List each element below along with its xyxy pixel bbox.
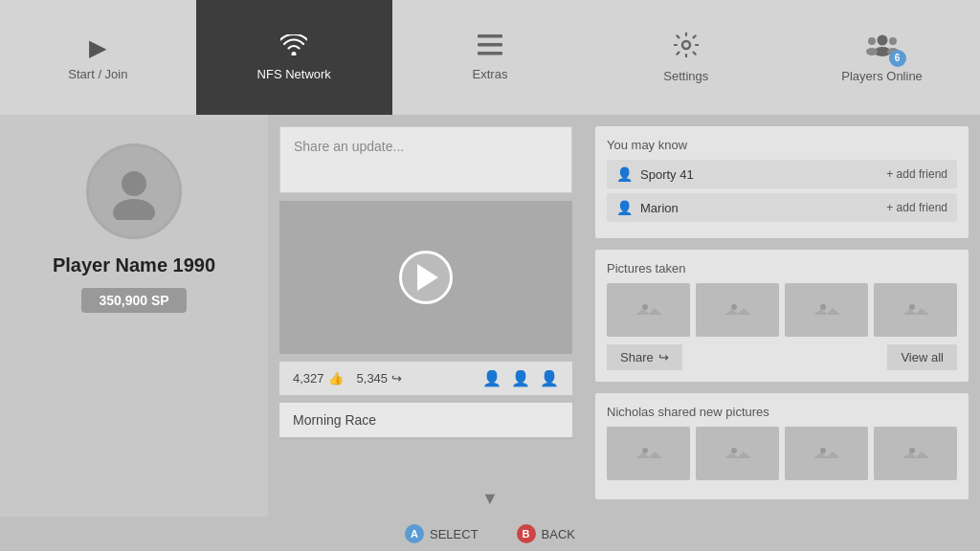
svg-point-8: [889, 37, 897, 45]
nav-settings-label: Settings: [663, 69, 708, 83]
svg-rect-1: [478, 43, 502, 47]
play-icon: ▶: [89, 34, 106, 61]
wifi-icon: [280, 34, 307, 61]
you-may-know-title: You may know: [607, 138, 957, 152]
picture-thumb-2[interactable]: [696, 283, 779, 337]
nicholas-thumb-1[interactable]: [607, 427, 690, 480]
bottom-bar: A SELECT B BACK: [0, 517, 980, 551]
friend-suggestion-2[interactable]: 👤 Marion + add friend: [607, 193, 957, 222]
shares-count: 5,345: [357, 371, 389, 386]
a-button[interactable]: A: [405, 524, 424, 543]
svg-rect-16: [813, 299, 840, 320]
b-button[interactable]: B: [517, 524, 536, 543]
svg-point-6: [868, 37, 876, 45]
nicholas-thumb-2[interactable]: [696, 427, 779, 480]
add-friend-btn-1[interactable]: + add friend: [886, 167, 947, 181]
friend-icon-1: 👤: [482, 369, 501, 387]
back-control: B BACK: [517, 524, 575, 543]
svg-point-10: [122, 171, 146, 196]
feed-section: Share an update... 4,327 👍 5,345 ↪ 👤 👤 👤…: [268, 115, 584, 551]
friend-icon-2: 👤: [511, 369, 530, 387]
add-friend-btn-2[interactable]: + add friend: [886, 201, 947, 214]
svg-rect-14: [724, 299, 751, 320]
nav-nfs-network-label: NFS Network: [257, 67, 331, 81]
svg-point-3: [682, 41, 690, 49]
thumbs-up-icon: 👍: [328, 371, 344, 386]
friend-name-1: Sporty 41: [640, 167, 886, 182]
players-icon: 6: [866, 33, 899, 63]
shares-stat: 5,345 ↪: [357, 371, 403, 386]
top-navigation: ▶ Start / Join NFS Network Extras: [0, 0, 980, 115]
share-label: Share: [620, 350, 654, 364]
main-content: Share an update... 4,327 👍 5,345 ↪ 👤 👤 👤…: [268, 115, 980, 551]
nav-players-online-label: Players Online: [841, 69, 923, 83]
svg-rect-20: [635, 443, 662, 464]
nav-players-online[interactable]: 6 Players Online: [784, 0, 980, 115]
svg-rect-24: [813, 443, 840, 464]
person-icon-1: 👤: [616, 166, 633, 182]
picture-thumb-1[interactable]: [607, 283, 690, 337]
pictures-taken-card: Pictures taken Share ↪: [595, 250, 969, 382]
share-placeholder: Share an update...: [294, 139, 404, 154]
player-sidebar: Player Name 1990 350,900 SP: [0, 115, 268, 551]
view-all-label: View all: [901, 350, 944, 364]
play-triangle-icon: [417, 264, 438, 291]
nav-extras[interactable]: Extras: [392, 0, 589, 115]
down-arrow-icon: ▼: [481, 489, 499, 508]
nav-settings[interactable]: Settings: [588, 0, 784, 115]
likes-stat: 4,327 👍: [293, 371, 344, 386]
play-button[interactable]: [399, 251, 453, 304]
nav-start-join[interactable]: ▶ Start / Join: [0, 0, 196, 115]
share-button[interactable]: Share ↪: [607, 344, 682, 370]
person-icon-2: 👤: [616, 200, 633, 215]
nicholas-thumb-4[interactable]: [874, 427, 957, 480]
scroll-down-arrow[interactable]: ▼: [481, 489, 499, 509]
pictures-footer: Share ↪ View all: [607, 344, 957, 370]
nicholas-shared-title: Nicholas shared new pictures: [607, 405, 957, 419]
likes-count: 4,327: [293, 371, 324, 386]
back-label: BACK: [542, 527, 575, 541]
nicholas-pictures-grid: [607, 427, 957, 480]
friend-icon-3: 👤: [540, 369, 559, 387]
svg-rect-12: [635, 299, 662, 320]
view-all-button[interactable]: View all: [887, 344, 957, 370]
avatar: [86, 143, 182, 239]
player-name: Player Name 1990: [53, 254, 215, 276]
video-stats-bar: 4,327 👍 5,345 ↪ 👤 👤 👤: [279, 362, 572, 395]
select-label: SELECT: [430, 527, 479, 541]
video-player[interactable]: [279, 201, 572, 354]
right-panel: You may know 👤 Sporty 41 + add friend 👤 …: [584, 115, 980, 551]
nav-start-join-label: Start / Join: [68, 67, 127, 81]
friend-name-2: Marion: [640, 201, 886, 215]
nav-nfs-network[interactable]: NFS Network: [196, 0, 392, 115]
select-control: A SELECT: [405, 524, 479, 543]
svg-point-11: [113, 199, 155, 220]
nicholas-shared-card: Nicholas shared new pictures: [595, 393, 969, 499]
post-title: Morning Race: [279, 403, 572, 440]
share-icon: ↪: [658, 350, 669, 364]
svg-rect-2: [478, 52, 502, 55]
nav-extras-label: Extras: [473, 67, 508, 81]
share-arrow-icon: ↪: [391, 371, 402, 386]
pictures-taken-title: Pictures taken: [607, 261, 957, 276]
svg-rect-18: [902, 299, 929, 320]
players-online-badge: 6: [889, 50, 906, 67]
gear-icon: [674, 33, 699, 63]
player-sp: 350,900 SP: [81, 288, 186, 313]
friend-suggestion-1[interactable]: 👤 Sporty 41 + add friend: [607, 160, 957, 188]
nicholas-thumb-3[interactable]: [785, 427, 868, 480]
picture-thumb-4[interactable]: [874, 283, 957, 337]
list-icon: [478, 34, 502, 61]
you-may-know-card: You may know 👤 Sporty 41 + add friend 👤 …: [595, 126, 969, 238]
svg-point-4: [877, 34, 887, 45]
svg-point-7: [866, 48, 878, 55]
svg-rect-22: [724, 443, 751, 464]
svg-rect-26: [902, 443, 929, 464]
share-update-box[interactable]: Share an update...: [279, 126, 572, 193]
svg-rect-0: [478, 34, 502, 38]
picture-thumb-3[interactable]: [785, 283, 868, 337]
video-actions: 👤 👤 👤: [482, 369, 559, 387]
pictures-grid: [607, 283, 957, 337]
